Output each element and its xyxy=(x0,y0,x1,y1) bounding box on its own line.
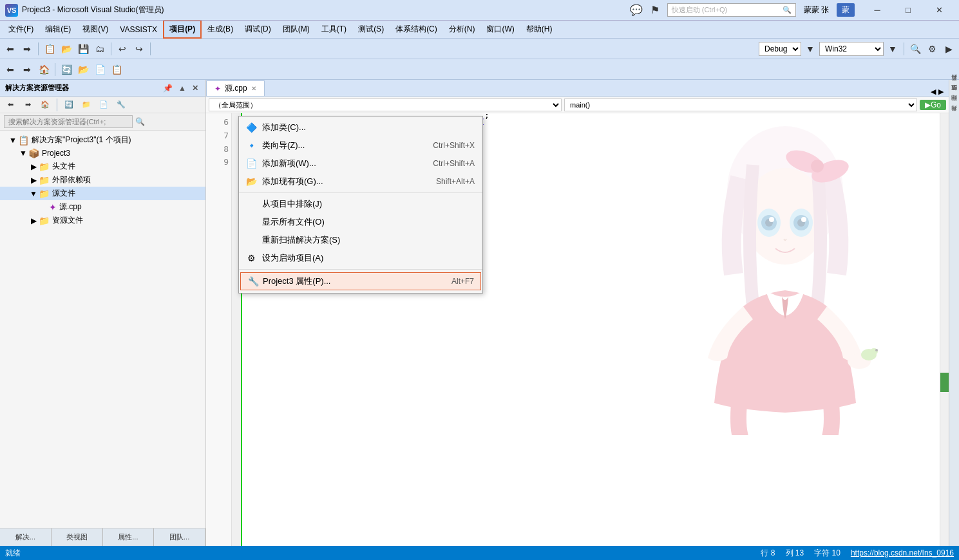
tab-team[interactable]: 团队... xyxy=(154,528,205,546)
toolbar-forward[interactable]: ➡ xyxy=(19,41,35,57)
maximize-button[interactable]: □ xyxy=(893,0,923,21)
menu-add-existing[interactable]: 📂 添加现有项(G)... Shift+Alt+A xyxy=(239,173,482,191)
solution-search-input[interactable] xyxy=(4,115,133,128)
toolbar-more[interactable]: ▶ xyxy=(941,41,956,57)
panel-datasources[interactable]: 数据源 xyxy=(950,93,958,98)
editor-scrollbar[interactable] xyxy=(940,113,949,546)
tree-resource-files[interactable]: ▶ 📁 资源文件 xyxy=(0,214,205,227)
tree-toggle-solution[interactable]: ▼ xyxy=(8,136,18,145)
platform-dropdown[interactable]: ▼ xyxy=(885,41,900,57)
add-new-label: 添加新项(W)... xyxy=(262,158,316,169)
tree-toggle-headers[interactable]: ▶ xyxy=(28,162,39,171)
sidebar-refresh[interactable]: 🔄 xyxy=(61,97,77,113)
editor-tab-scroll-right[interactable]: ▶ xyxy=(938,88,944,96)
toolbar-expand[interactable]: 📂 xyxy=(75,62,91,77)
toolbar-redo[interactable]: ↪ xyxy=(131,41,147,57)
menu-rescan[interactable]: 重新扫描解决方案(S) xyxy=(239,231,482,249)
tree-external-deps[interactable]: ▶ 📁 外部依赖项 xyxy=(0,173,205,187)
tab-class-view[interactable]: 类视图 xyxy=(52,528,103,546)
filter-icon[interactable]: ⚑ xyxy=(650,4,660,16)
toolbar-forward2[interactable]: ➡ xyxy=(19,62,35,77)
sidebar-nav-back[interactable]: ⬅ xyxy=(3,97,18,113)
menu-class-wizard[interactable]: 🔹 类向导(Z)... Ctrl+Shift+X xyxy=(239,136,482,154)
sidebar-pin-btn[interactable]: 📌 xyxy=(161,83,175,93)
sidebar-folder[interactable]: 📁 xyxy=(79,97,94,113)
toolbar-undo[interactable]: ↩ xyxy=(115,41,130,57)
editor-tab-scroll-left[interactable]: ◀ xyxy=(931,88,936,96)
menu-help[interactable]: 帮助(H) xyxy=(520,21,558,38)
sidebar-nav-forward[interactable]: ➡ xyxy=(20,97,35,113)
tree-source-files[interactable]: ▼ 📁 源文件 xyxy=(0,187,205,200)
toolbar-open[interactable]: 📂 xyxy=(59,41,74,57)
quick-launch-input[interactable]: 快速启动 (Ctrl+Q) 🔍 xyxy=(667,3,796,17)
sidebar-close-btn[interactable]: ✕ xyxy=(190,83,200,93)
menu-analyze[interactable]: 分析(N) xyxy=(443,21,481,38)
toolbar-props[interactable]: 📋 xyxy=(109,62,124,77)
menu-file[interactable]: 文件(F) xyxy=(3,21,39,38)
close-button[interactable]: ✕ xyxy=(924,0,954,21)
toolbar-sync[interactable]: 🔄 xyxy=(59,62,74,77)
tree-toggle-resources[interactable]: ▶ xyxy=(28,216,39,225)
sidebar-sep xyxy=(57,98,57,111)
tree-solution[interactable]: ▼ 📋 解决方案"Project3"(1 个项目) xyxy=(0,133,205,147)
menu-window[interactable]: 窗口(W) xyxy=(480,21,520,38)
tree-source-cpp[interactable]: ✦ 源.cpp xyxy=(0,200,205,214)
toolbar-new-project[interactable]: 📋 xyxy=(42,41,57,57)
sidebar-search-icon[interactable]: 🔍 xyxy=(135,117,145,126)
tree-toggle-source[interactable]: ▼ xyxy=(28,189,39,198)
toolbar-save-all[interactable]: 💾 xyxy=(75,41,91,57)
tab-solution[interactable]: 解决... xyxy=(0,528,52,546)
status-url[interactable]: https://blog.csdn.net/Ins_0916 xyxy=(851,548,954,557)
tree-toggle-project3[interactable]: ▼ xyxy=(18,149,28,158)
toolbar-save[interactable]: 🗂 xyxy=(92,41,108,57)
sidebar-properties[interactable]: 🏠 xyxy=(37,97,53,113)
toolbar-home[interactable]: 🏠 xyxy=(36,62,52,77)
tree-headers[interactable]: ▶ 📁 头文件 xyxy=(0,160,205,173)
menu-add-class[interactable]: 🔷 添加类(C)... xyxy=(239,118,482,136)
editor-go-btn[interactable]: ▶Go xyxy=(920,100,946,110)
editor-scope-select[interactable]: （全局范围） xyxy=(209,98,562,111)
menu-properties[interactable]: 🔧 Project3 属性(P)... Alt+F7 xyxy=(240,272,481,290)
tree-project3[interactable]: ▼ 📦 Project3 xyxy=(0,147,205,160)
editor-function-select[interactable]: main() xyxy=(564,98,917,111)
toolbar-collapse[interactable]: 📄 xyxy=(92,62,108,77)
editor-tab-close-icon[interactable]: ✕ xyxy=(251,85,256,92)
menu-project[interactable]: 项目(P) xyxy=(163,20,202,39)
cpp-icon: ✦ xyxy=(49,202,57,212)
sidebar-auto-hide-btn[interactable]: ▲ xyxy=(176,83,188,93)
tree-toggle-external[interactable]: ▶ xyxy=(28,176,39,185)
sidebar-file[interactable]: 📄 xyxy=(96,97,111,113)
menu-show-all-files[interactable]: 显示所有文件(O) xyxy=(239,213,482,231)
project-dropdown-menu[interactable]: 🔷 添加类(C)... 🔹 类向导(Z)... Ctrl+Shift+X 📄 添… xyxy=(238,116,483,294)
menu-edit[interactable]: 编辑(E) xyxy=(39,21,77,38)
chat-icon[interactable]: 💬 xyxy=(630,4,643,16)
menu-vassistx[interactable]: VASSISTX xyxy=(114,22,163,37)
debug-config-dropdown[interactable]: ▼ xyxy=(802,41,818,57)
editor-scroll-thumb[interactable] xyxy=(940,373,949,392)
menu-add-new[interactable]: 📄 添加新项(W)... Ctrl+Shift+A xyxy=(239,154,482,173)
toolbar-back2[interactable]: ⬅ xyxy=(3,62,18,77)
panel-layout[interactable]: 布局 xyxy=(950,113,958,118)
tab-properties[interactable]: 属性... xyxy=(103,528,155,546)
panel-translate[interactable]: 翻译 xyxy=(950,103,958,108)
sidebar-filter[interactable]: 🔧 xyxy=(113,97,129,113)
menu-debug[interactable]: 调试(D) xyxy=(239,21,277,38)
menu-tools[interactable]: 工具(T) xyxy=(316,21,352,38)
debug-config-select[interactable]: Debug xyxy=(759,42,801,56)
menu-set-startup[interactable]: ⚙ 设为启动项目(A) xyxy=(239,249,482,267)
menu-test[interactable]: 测试(S) xyxy=(352,21,390,38)
menu-view[interactable]: 视图(V) xyxy=(77,21,114,38)
properties-icon: 🔧 xyxy=(247,275,259,287)
platform-select[interactable]: Win32 xyxy=(819,42,884,56)
editor-tab-source-cpp[interactable]: ✦ 源.cpp ✕ xyxy=(206,80,265,96)
toolbar-search2[interactable]: 🔍 xyxy=(907,41,923,57)
menu-team[interactable]: 团队(M) xyxy=(277,21,316,38)
user-avatar-badge[interactable]: 蒙 xyxy=(837,3,855,17)
menu-build[interactable]: 生成(B) xyxy=(202,21,239,38)
minimize-button[interactable]: ─ xyxy=(862,0,892,21)
panel-toolbox[interactable]: 工具箱 xyxy=(950,82,958,88)
menu-architecture[interactable]: 体系结构(C) xyxy=(390,21,443,38)
toolbar-back[interactable]: ⬅ xyxy=(3,41,18,57)
toolbar-settings[interactable]: ⚙ xyxy=(924,41,940,57)
menu-remove-from-project[interactable]: 从项目中排除(J) xyxy=(239,195,482,213)
